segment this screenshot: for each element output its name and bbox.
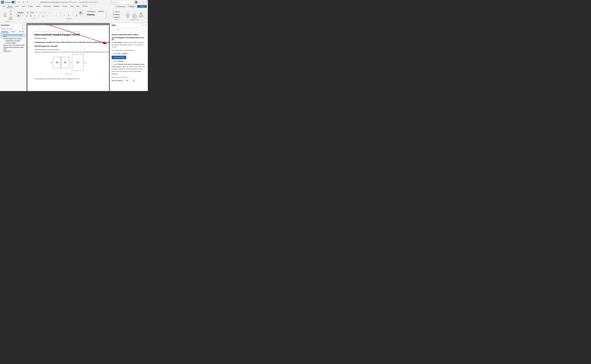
borders-button[interactable]: ☷ xyxy=(79,15,83,17)
paste-button[interactable]: 📋 Paste xyxy=(2,11,8,18)
dictate-button[interactable]: 🎤 Dictate xyxy=(147,11,148,18)
nav-tab-headings[interactable]: Headings xyxy=(0,30,9,33)
cut-button[interactable]: ✂ Cut xyxy=(8,9,13,12)
copy-button[interactable]: ⎘ Copy xyxy=(8,12,13,15)
heading5-style[interactable]: Heading 5 xyxy=(97,10,104,13)
font-name-select[interactable]: Helvetica xyxy=(17,11,29,14)
font-color-button[interactable]: A xyxy=(41,15,45,17)
numbering-button[interactable]: ⁜ xyxy=(59,11,62,14)
nav-item-iso-concept[interactable]: The ISO paper size concept xyxy=(0,38,26,40)
heading2-style[interactable]: Heading 2 xyxy=(86,10,97,13)
tab-insert[interactable]: Insert xyxy=(13,5,20,8)
customize-qat-button[interactable]: ▼ xyxy=(26,1,30,3)
styles-scroll-up[interactable]: ▲ xyxy=(104,11,108,13)
line-spacing-button[interactable]: ↕ xyxy=(71,15,74,17)
underline-button[interactable]: U xyxy=(25,14,29,17)
align-center-button[interactable]: ≡ xyxy=(59,15,62,17)
highlight-button[interactable]: A xyxy=(45,15,49,17)
show-hide-button[interactable]: ¶ xyxy=(79,11,83,14)
clipboard-label: Clipboard xyxy=(5,21,10,22)
grow-font-button[interactable]: A↑ xyxy=(35,12,38,13)
tab-file[interactable]: File xyxy=(1,5,6,8)
shrink-font-button[interactable]: A↓ xyxy=(39,12,43,13)
sort-button[interactable]: ↕ xyxy=(75,11,79,14)
nav-search-input[interactable] xyxy=(1,28,22,29)
clear-format-button[interactable]: ✕ xyxy=(47,12,51,13)
nav-item-references[interactable]: References xyxy=(0,50,26,52)
title-search[interactable]: 🔍 xyxy=(109,1,134,3)
nav-item-history[interactable]: History of the ISO paper formats xyxy=(0,44,26,46)
document-area[interactable]: [this-is-the-header-object;-it-is-not-on… xyxy=(27,23,110,91)
replace-button[interactable]: ⇄ Replace xyxy=(112,13,121,16)
bullets-button[interactable]: ⁝ xyxy=(54,11,58,14)
redo-button[interactable]: ↻ xyxy=(21,1,25,4)
find-button[interactable]: 🔍 Find ▾ xyxy=(112,11,121,13)
font-size-select[interactable]: 24 xyxy=(29,11,34,14)
nav-search-dropdown[interactable]: ▼ xyxy=(24,28,25,29)
nav-tab-pages[interactable]: Pages xyxy=(9,30,17,33)
align-right-button[interactable]: ⇥ xyxy=(62,15,66,17)
tab-help[interactable]: Help xyxy=(75,5,81,8)
tab-view[interactable]: View xyxy=(69,5,75,8)
tab-acrobat[interactable]: Acrobat xyxy=(81,5,89,8)
multilevel-button[interactable]: ∷ xyxy=(62,11,66,14)
tab-layout[interactable]: Layout xyxy=(34,5,42,8)
select-button[interactable]: ✏ Select ▾ xyxy=(112,16,121,19)
styles-expand[interactable]: ◯ xyxy=(104,16,108,18)
title-search-input[interactable] xyxy=(113,1,129,3)
yes-button[interactable]: Yes xyxy=(124,79,130,82)
acrobat-group: 📄 Create PDF and Share link 📨 Create PDF… xyxy=(124,10,145,21)
shading-button[interactable]: ▣ xyxy=(75,15,79,17)
tab-draw[interactable]: Draw xyxy=(20,5,27,8)
help-close-button[interactable]: ✕ xyxy=(145,24,146,26)
minimize-button[interactable]: — xyxy=(139,1,141,3)
styles-scroll-down[interactable]: ▼ xyxy=(104,13,108,15)
help-search-box[interactable]: 🔍 xyxy=(116,28,146,31)
tab-home[interactable]: Home xyxy=(7,5,13,8)
nav-collapse-button[interactable]: ∧ xyxy=(22,24,24,26)
tab-design[interactable]: Design xyxy=(27,5,34,8)
comments-button[interactable]: 💬 Comments xyxy=(114,5,126,8)
increase-indent-button[interactable]: ⇥ xyxy=(71,11,74,14)
tab-references[interactable]: References xyxy=(42,5,52,8)
take-me-there-button[interactable]: Take me there xyxy=(112,56,126,59)
justify-button[interactable]: ≣ xyxy=(66,15,70,17)
editing-mode-button[interactable]: ✏ Editing ▾ xyxy=(127,5,137,8)
no-button[interactable]: No xyxy=(131,79,136,82)
tab-review[interactable]: Review xyxy=(61,5,68,8)
undo-button[interactable]: ↩ xyxy=(17,1,21,4)
nav-tab-results[interactable]: Results xyxy=(17,30,26,33)
nav-item-application[interactable]: ► Application examples xyxy=(0,40,26,42)
create-pdf-outlook-button[interactable]: 📨 Create PDF and Share via Outlook xyxy=(132,10,137,19)
format-painter-button[interactable]: 🖌 Format Painter xyxy=(8,16,13,20)
change-case-button[interactable]: Aa xyxy=(43,12,47,13)
close-button[interactable]: ✕ xyxy=(145,1,147,3)
pilcrow-icon: ¶ xyxy=(80,12,81,14)
avatar[interactable]: 👤 xyxy=(134,0,138,4)
maximize-button[interactable]: ◻ xyxy=(142,1,144,3)
help-search-input[interactable] xyxy=(119,29,145,31)
request-signatures-button[interactable]: ✍ Request Signatures xyxy=(138,11,144,18)
nav-close-button[interactable]: ✕ xyxy=(24,24,26,26)
subscript-button[interactable]: x₂ xyxy=(33,15,37,17)
create-pdf-button[interactable]: 📄 Create PDF and Share link xyxy=(125,10,131,19)
strikethrough-button[interactable]: ab xyxy=(29,15,33,17)
help-collapse-button[interactable]: ∧ xyxy=(142,24,144,26)
read-article-link[interactable]: Read article in browser ↗ xyxy=(112,76,146,78)
heading-style[interactable]: Heading xyxy=(86,13,96,16)
bold-button[interactable]: B xyxy=(17,14,20,17)
help-home-button[interactable]: ⌂ xyxy=(114,29,115,31)
nav-item-further[interactable]: ► Further details xyxy=(0,42,26,44)
share-button[interactable]: ↗ Share ▾ xyxy=(137,5,147,8)
help-back-button[interactable]: ← xyxy=(112,29,113,31)
nav-item-hints[interactable]: Hints for North American paper users xyxy=(0,46,26,50)
decrease-indent-button[interactable]: ⇤ xyxy=(66,11,70,14)
nav-search-box[interactable]: 🔍 ▼ xyxy=(0,27,26,30)
italic-button[interactable]: I xyxy=(21,14,25,17)
dropdown-icon[interactable]: ▼ xyxy=(97,1,99,3)
align-left-button[interactable]: ⇤ xyxy=(54,15,58,17)
nav-item-main[interactable]: ▼ International standard paper sizes xyxy=(0,34,26,38)
superscript-button[interactable]: x² xyxy=(37,15,41,17)
tab-mailings[interactable]: Mailings xyxy=(53,5,61,8)
autosave-toggle[interactable]: On xyxy=(11,1,16,3)
